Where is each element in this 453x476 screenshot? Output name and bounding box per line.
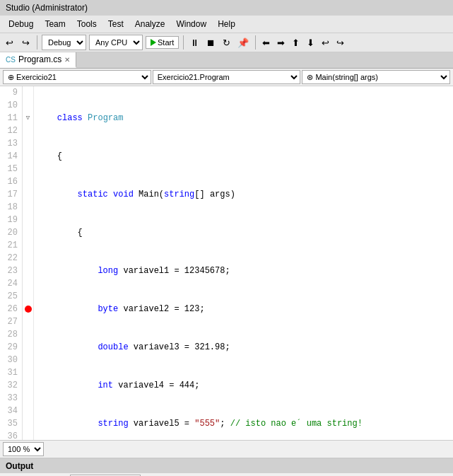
menu-window[interactable]: Window — [170, 17, 212, 31]
cpu-select[interactable]: Any CPU — [89, 35, 143, 50]
ln-16: 16 — [4, 175, 18, 188]
breakpoint-26[interactable] — [25, 306, 32, 313]
ln-9: 9 — [4, 86, 18, 99]
gutter: ▽ — [23, 86, 34, 440]
menu-help[interactable]: Help — [212, 17, 241, 31]
start-button[interactable]: Start — [146, 36, 179, 49]
toolbar-icon-3[interactable]: ↻ — [220, 36, 233, 50]
ln-33: 33 — [4, 392, 18, 405]
tab-close-btn[interactable]: ✕ — [64, 56, 70, 64]
ln-20: 20 — [4, 226, 18, 239]
toolbar-icon-5[interactable]: ⬅ — [260, 36, 272, 50]
ln-13: 13 — [4, 137, 18, 150]
class-dropdown[interactable]: ⊕ Exercicio21 — [3, 70, 151, 84]
title-bar: Studio (Administrator) — [0, 0, 453, 16]
toolbar-sep-2 — [183, 35, 184, 50]
code-line-17: string variavel5 = "555"; // isto nao e´… — [37, 417, 453, 430]
ln-18: 18 — [4, 201, 18, 214]
play-icon — [151, 39, 156, 46]
menu-test[interactable]: Test — [102, 17, 129, 31]
start-label: Start — [158, 38, 174, 47]
toolbar-icon-8[interactable]: ⬇ — [305, 36, 317, 50]
tab-icon: CS — [6, 56, 16, 64]
ln-22: 22 — [4, 252, 18, 265]
menu-tools[interactable]: Tools — [71, 17, 102, 31]
ln-23: 23 — [4, 265, 18, 277]
output-panel: Output Show output from: Debug ⇐ ⇒ ✕ ☰ ⊞… — [0, 458, 453, 476]
collapse-btn-11[interactable]: ▽ — [26, 112, 30, 124]
menu-bar: Debug Team Tools Test Analyze Window Hel… — [0, 16, 453, 33]
output-title: Output — [6, 461, 33, 471]
ln-21: 21 — [4, 239, 18, 252]
ln-31: 31 — [4, 366, 18, 379]
code-content[interactable]: class Program { static void Main(string[… — [34, 86, 453, 440]
menu-analyze[interactable]: Analyze — [129, 17, 171, 31]
tab-program-cs[interactable]: CS Program.cs ✕ — [0, 52, 76, 68]
toolbar-icon-9[interactable]: ↩ — [319, 36, 331, 50]
title-text: Studio (Administrator) — [6, 3, 88, 13]
code-line-16: int variavel4 = 444; — [37, 379, 453, 392]
code-line-14: byte variavel2 = 123; — [37, 303, 453, 315]
zoom-select[interactable]: 100 % — [3, 442, 44, 456]
ln-17: 17 — [4, 188, 18, 201]
ln-15: 15 — [4, 163, 18, 175]
ln-14: 14 — [4, 150, 18, 163]
code-line-13: long variavel1 = 12345678; — [37, 265, 453, 277]
code-line-9: class Program — [37, 112, 453, 124]
output-header: Output — [0, 459, 453, 473]
code-line-12: { — [37, 226, 453, 239]
code-line-10: { — [37, 150, 453, 163]
ln-32: 32 — [4, 379, 18, 392]
ln-26: 26 — [4, 303, 18, 315]
undo-button[interactable]: ↩ — [3, 36, 16, 50]
code-container: 9 10 11 12 13 14 15 16 17 18 19 20 21 22… — [0, 86, 453, 440]
toolbar-sep-3 — [255, 35, 256, 50]
menu-team[interactable]: Team — [39, 17, 71, 31]
dropdowns-bar: ⊕ Exercicio21 Exercicio21.Program ⊛ Main… — [0, 69, 453, 86]
toolbar-icon-2[interactable]: ⏹ — [204, 36, 218, 50]
member-dropdown[interactable]: Exercicio21.Program — [153, 70, 301, 84]
method-dropdown[interactable]: ⊛ Main(string[] args) — [302, 70, 450, 84]
code-line-15: double variavel3 = 321.98; — [37, 341, 453, 354]
toolbar-icon-6[interactable]: ➡ — [275, 36, 287, 50]
ln-30: 30 — [4, 354, 18, 366]
redo-button[interactable]: ↪ — [19, 36, 33, 50]
zoom-bar: 100 % — [0, 440, 453, 458]
output-toolbar: Show output from: Debug ⇐ ⇒ ✕ ☰ ⊞ — [0, 473, 453, 476]
ln-29: 29 — [4, 341, 18, 354]
toolbar-icon-1[interactable]: ⏸ — [188, 36, 201, 50]
ln-27: 27 — [4, 315, 18, 328]
ln-24: 24 — [4, 277, 18, 290]
tab-label: Program.cs — [18, 54, 61, 64]
toolbar-icon-4[interactable]: 📌 — [235, 36, 251, 50]
ln-12: 12 — [4, 124, 18, 137]
toolbar-icon-10[interactable]: ↪ — [334, 36, 346, 50]
ln-34: 34 — [4, 405, 18, 417]
code-line-11: static void Main(string[] args) — [37, 188, 453, 201]
ln-25: 25 — [4, 290, 18, 303]
ln-10: 10 — [4, 99, 18, 112]
ln-28: 28 — [4, 328, 18, 341]
ln-36: 36 — [4, 430, 18, 440]
toolbar-icon-7[interactable]: ⬆ — [290, 36, 302, 50]
ln-11: 11 — [4, 112, 18, 124]
line-numbers: 9 10 11 12 13 14 15 16 17 18 19 20 21 22… — [0, 86, 23, 440]
toolbar: ↩ ↪ Debug Any CPU Start ⏸ ⏹ ↻ 📌 ⬅ ➡ ⬆ ⬇ … — [0, 33, 453, 52]
ln-35: 35 — [4, 417, 18, 430]
tab-bar: CS Program.cs ✕ — [0, 52, 453, 69]
debug-select[interactable]: Debug — [42, 35, 86, 50]
toolbar-sep-1 — [37, 35, 37, 50]
ln-19: 19 — [4, 214, 18, 226]
menu-debug[interactable]: Debug — [3, 17, 39, 31]
